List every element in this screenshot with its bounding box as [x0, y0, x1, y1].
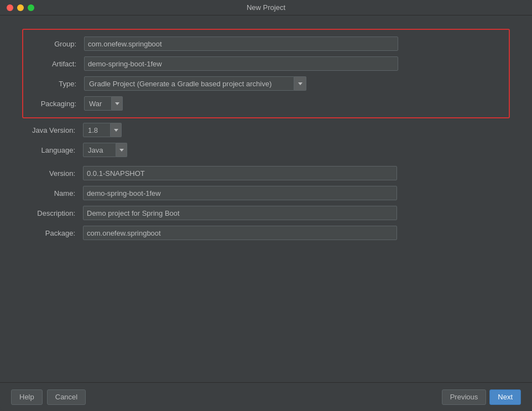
language-label: Language: — [22, 146, 83, 154]
new-project-window: New Project Group: Artifact: Type: Gradl… — [0, 0, 532, 411]
type-select[interactable]: Gradle Project (Generate a Gradle based … — [84, 76, 294, 91]
group-label: Group: — [23, 40, 84, 48]
window-title: New Project — [247, 3, 285, 12]
main-content: Group: Artifact: Type: Gradle Project (G… — [0, 15, 532, 382]
package-label: Package: — [22, 229, 83, 237]
java-version-row: Java Version: 1.8 11 17 — [22, 123, 510, 137]
help-button[interactable]: Help — [11, 389, 43, 405]
description-input[interactable] — [83, 206, 397, 220]
java-version-select[interactable]: 1.8 11 17 — [83, 123, 111, 137]
bottom-right-buttons: Previous Next — [442, 389, 521, 405]
package-input[interactable] — [83, 226, 397, 240]
description-row: Description: — [22, 206, 510, 220]
previous-button[interactable]: Previous — [442, 389, 487, 405]
version-input[interactable] — [83, 166, 397, 180]
maximize-button[interactable] — [28, 4, 34, 11]
chevron-down-icon — [298, 82, 302, 85]
chevron-down-icon — [114, 129, 118, 132]
packaging-row: Packaging: War Jar — [23, 96, 500, 111]
java-version-select-arrow[interactable] — [111, 123, 122, 137]
chevron-down-icon — [115, 102, 119, 105]
version-row: Version: — [22, 166, 510, 180]
packaging-select[interactable]: War Jar — [84, 96, 112, 111]
artifact-row: Artifact: — [23, 56, 500, 71]
package-row: Package: — [22, 226, 510, 240]
artifact-input[interactable] — [84, 56, 398, 71]
name-label: Name: — [22, 189, 83, 197]
group-input[interactable] — [84, 37, 398, 51]
next-button[interactable]: Next — [489, 389, 521, 405]
artifact-label: Artifact: — [23, 60, 84, 68]
cancel-button[interactable]: Cancel — [47, 389, 86, 405]
language-row: Language: Java Kotlin Groovy — [22, 143, 510, 157]
packaging-label: Packaging: — [23, 100, 84, 108]
language-select[interactable]: Java Kotlin Groovy — [83, 143, 116, 157]
java-version-label: Java Version: — [22, 126, 83, 134]
java-version-select-wrapper: 1.8 11 17 — [83, 123, 122, 137]
type-select-wrapper: Gradle Project (Generate a Gradle based … — [84, 76, 306, 91]
title-bar: New Project — [0, 0, 532, 15]
language-select-wrapper: Java Kotlin Groovy — [83, 143, 127, 157]
empty-area — [22, 246, 510, 373]
close-button[interactable] — [7, 4, 13, 11]
minimize-button[interactable] — [17, 4, 24, 11]
window-controls — [7, 4, 34, 11]
bottom-left-buttons: Help Cancel — [11, 389, 442, 405]
name-input[interactable] — [83, 186, 397, 200]
name-row: Name: — [22, 186, 510, 200]
version-label: Version: — [22, 169, 83, 178]
chevron-down-icon — [119, 149, 124, 152]
packaging-select-wrapper: War Jar — [84, 96, 123, 111]
packaging-select-arrow[interactable] — [112, 96, 123, 111]
type-select-arrow[interactable] — [294, 76, 306, 91]
type-row: Type: Gradle Project (Generate a Gradle … — [23, 76, 500, 91]
group-row: Group: — [23, 37, 500, 51]
bottom-bar: Help Cancel Previous Next — [0, 382, 532, 411]
required-fields-section: Group: Artifact: Type: Gradle Project (G… — [22, 29, 510, 118]
description-label: Description: — [22, 209, 83, 217]
language-select-arrow[interactable] — [116, 143, 127, 157]
type-label: Type: — [23, 80, 84, 88]
